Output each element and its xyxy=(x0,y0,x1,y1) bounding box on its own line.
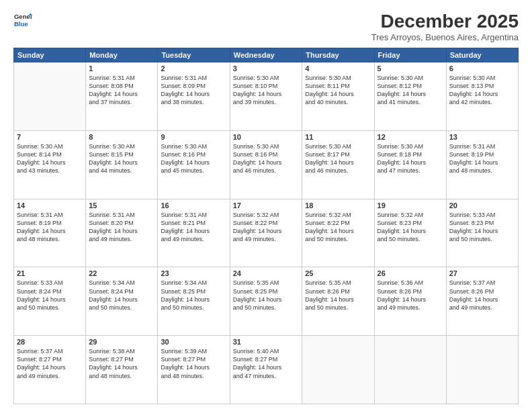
calendar-week-5: 28Sunrise: 5:37 AMSunset: 8:27 PMDayligh… xyxy=(14,336,519,404)
day-info: Sunrise: 5:30 AMSunset: 8:18 PMDaylight:… xyxy=(378,142,443,175)
day-number: 6 xyxy=(449,64,515,73)
calendar-cell xyxy=(446,336,518,404)
calendar-cell: 31Sunrise: 5:40 AMSunset: 8:27 PMDayligh… xyxy=(230,336,302,404)
calendar-cell: 6Sunrise: 5:30 AMSunset: 8:13 PMDaylight… xyxy=(446,62,518,131)
day-number: 27 xyxy=(449,269,515,277)
day-number: 14 xyxy=(17,201,83,210)
calendar-cell: 2Sunrise: 5:31 AMSunset: 8:09 PMDaylight… xyxy=(158,62,230,131)
calendar-cell: 16Sunrise: 5:31 AMSunset: 8:21 PMDayligh… xyxy=(158,199,230,267)
day-info: Sunrise: 5:33 AMSunset: 8:24 PMDaylight:… xyxy=(17,279,83,312)
calendar-cell: 14Sunrise: 5:31 AMSunset: 8:19 PMDayligh… xyxy=(14,199,86,267)
calendar-cell: 23Sunrise: 5:34 AMSunset: 8:25 PMDayligh… xyxy=(158,267,230,336)
day-number: 24 xyxy=(233,269,300,277)
calendar-cell: 26Sunrise: 5:36 AMSunset: 8:26 PMDayligh… xyxy=(374,267,446,336)
location: Tres Arroyos, Buenos Aires, Argentina xyxy=(371,32,519,42)
day-number: 7 xyxy=(17,133,83,141)
svg-text:Blue: Blue xyxy=(14,20,28,28)
day-info: Sunrise: 5:30 AMSunset: 8:13 PMDaylight:… xyxy=(449,74,515,107)
day-info: Sunrise: 5:30 AMSunset: 8:16 PMDaylight:… xyxy=(161,142,226,175)
day-number: 2 xyxy=(161,64,226,73)
calendar-cell: 3Sunrise: 5:30 AMSunset: 8:10 PMDaylight… xyxy=(230,62,302,131)
day-info: Sunrise: 5:33 AMSunset: 8:23 PMDaylight:… xyxy=(449,211,515,244)
day-info: Sunrise: 5:30 AMSunset: 8:15 PMDaylight:… xyxy=(89,142,154,175)
day-info: Sunrise: 5:30 AMSunset: 8:10 PMDaylight:… xyxy=(233,74,300,107)
calendar-cell: 22Sunrise: 5:34 AMSunset: 8:24 PMDayligh… xyxy=(86,267,158,336)
day-number: 1 xyxy=(89,64,154,73)
calendar-cell: 28Sunrise: 5:37 AMSunset: 8:27 PMDayligh… xyxy=(14,336,86,404)
calendar-cell: 24Sunrise: 5:35 AMSunset: 8:25 PMDayligh… xyxy=(230,267,302,336)
calendar-cell: 11Sunrise: 5:30 AMSunset: 8:17 PMDayligh… xyxy=(302,130,374,199)
day-info: Sunrise: 5:30 AMSunset: 8:16 PMDaylight:… xyxy=(233,142,300,175)
day-number: 22 xyxy=(89,269,154,277)
header-friday: Friday xyxy=(374,48,446,62)
calendar-cell: 21Sunrise: 5:33 AMSunset: 8:24 PMDayligh… xyxy=(14,267,86,336)
title-block: December 2025 Tres Arroyos, Buenos Aires… xyxy=(371,11,519,42)
day-info: Sunrise: 5:31 AMSunset: 8:19 PMDaylight:… xyxy=(449,142,515,175)
day-number: 30 xyxy=(161,338,226,346)
calendar-cell: 9Sunrise: 5:30 AMSunset: 8:16 PMDaylight… xyxy=(158,130,230,199)
calendar-cell: 15Sunrise: 5:31 AMSunset: 8:20 PMDayligh… xyxy=(86,199,158,267)
calendar-cell: 25Sunrise: 5:35 AMSunset: 8:26 PMDayligh… xyxy=(302,267,374,336)
day-info: Sunrise: 5:30 AMSunset: 8:17 PMDaylight:… xyxy=(305,142,371,175)
calendar-cell: 12Sunrise: 5:30 AMSunset: 8:18 PMDayligh… xyxy=(374,130,446,199)
day-number: 31 xyxy=(233,338,300,346)
calendar-cell: 20Sunrise: 5:33 AMSunset: 8:23 PMDayligh… xyxy=(446,199,518,267)
day-number: 18 xyxy=(305,201,371,210)
header-thursday: Thursday xyxy=(302,48,374,62)
calendar-cell: 1Sunrise: 5:31 AMSunset: 8:08 PMDaylight… xyxy=(86,62,158,131)
day-info: Sunrise: 5:37 AMSunset: 8:26 PMDaylight:… xyxy=(449,279,515,312)
day-number: 11 xyxy=(305,133,371,141)
calendar-week-1: 1Sunrise: 5:31 AMSunset: 8:08 PMDaylight… xyxy=(14,62,519,131)
day-number: 3 xyxy=(233,64,300,73)
calendar-cell: 27Sunrise: 5:37 AMSunset: 8:26 PMDayligh… xyxy=(446,267,518,336)
day-number: 15 xyxy=(89,201,154,210)
calendar-cell: 4Sunrise: 5:30 AMSunset: 8:11 PMDaylight… xyxy=(302,62,374,131)
day-info: Sunrise: 5:37 AMSunset: 8:27 PMDaylight:… xyxy=(17,347,83,380)
day-number: 8 xyxy=(89,133,154,141)
day-info: Sunrise: 5:36 AMSunset: 8:26 PMDaylight:… xyxy=(378,279,443,312)
calendar-week-2: 7Sunrise: 5:30 AMSunset: 8:14 PMDaylight… xyxy=(14,130,519,199)
header-sunday: Sunday xyxy=(14,48,86,62)
day-info: Sunrise: 5:35 AMSunset: 8:26 PMDaylight:… xyxy=(305,279,371,312)
header-monday: Monday xyxy=(86,48,158,62)
day-number: 13 xyxy=(449,133,515,141)
day-info: Sunrise: 5:40 AMSunset: 8:27 PMDaylight:… xyxy=(233,347,300,380)
calendar-cell: 19Sunrise: 5:32 AMSunset: 8:23 PMDayligh… xyxy=(374,199,446,267)
logo-icon: General Blue xyxy=(13,11,32,30)
day-info: Sunrise: 5:30 AMSunset: 8:11 PMDaylight:… xyxy=(305,74,371,107)
day-number: 5 xyxy=(378,64,443,73)
calendar-week-4: 21Sunrise: 5:33 AMSunset: 8:24 PMDayligh… xyxy=(14,267,519,336)
svg-text:General: General xyxy=(14,13,32,20)
day-number: 21 xyxy=(17,269,83,277)
calendar-cell: 8Sunrise: 5:30 AMSunset: 8:15 PMDaylight… xyxy=(86,130,158,199)
day-number: 10 xyxy=(233,133,300,141)
day-info: Sunrise: 5:32 AMSunset: 8:23 PMDaylight:… xyxy=(378,211,443,244)
day-info: Sunrise: 5:34 AMSunset: 8:24 PMDaylight:… xyxy=(89,279,154,312)
day-number: 29 xyxy=(89,338,154,346)
page: General Blue December 2025 Tres Arroyos,… xyxy=(0,0,532,411)
calendar-cell: 13Sunrise: 5:31 AMSunset: 8:19 PMDayligh… xyxy=(446,130,518,199)
calendar-cell: 10Sunrise: 5:30 AMSunset: 8:16 PMDayligh… xyxy=(230,130,302,199)
day-number: 20 xyxy=(449,201,515,210)
day-info: Sunrise: 5:34 AMSunset: 8:25 PMDaylight:… xyxy=(161,279,226,312)
calendar-cell: 7Sunrise: 5:30 AMSunset: 8:14 PMDaylight… xyxy=(14,130,86,199)
month-title: December 2025 xyxy=(371,11,519,32)
day-number: 16 xyxy=(161,201,226,210)
calendar-cell: 17Sunrise: 5:32 AMSunset: 8:22 PMDayligh… xyxy=(230,199,302,267)
day-number: 28 xyxy=(17,338,83,346)
calendar-cell xyxy=(374,336,446,404)
header-wednesday: Wednesday xyxy=(230,48,302,62)
calendar-cell xyxy=(14,62,86,131)
calendar-cell xyxy=(302,336,374,404)
day-info: Sunrise: 5:32 AMSunset: 8:22 PMDaylight:… xyxy=(305,211,371,244)
day-info: Sunrise: 5:30 AMSunset: 8:12 PMDaylight:… xyxy=(378,74,443,107)
day-info: Sunrise: 5:31 AMSunset: 8:09 PMDaylight:… xyxy=(161,74,226,107)
calendar-cell: 29Sunrise: 5:38 AMSunset: 8:27 PMDayligh… xyxy=(86,336,158,404)
day-info: Sunrise: 5:31 AMSunset: 8:20 PMDaylight:… xyxy=(89,211,154,244)
header: General Blue December 2025 Tres Arroyos,… xyxy=(13,11,519,42)
day-number: 4 xyxy=(305,64,371,73)
header-saturday: Saturday xyxy=(446,48,518,62)
day-number: 12 xyxy=(378,133,443,141)
day-number: 23 xyxy=(161,269,226,277)
calendar-week-3: 14Sunrise: 5:31 AMSunset: 8:19 PMDayligh… xyxy=(14,199,519,267)
